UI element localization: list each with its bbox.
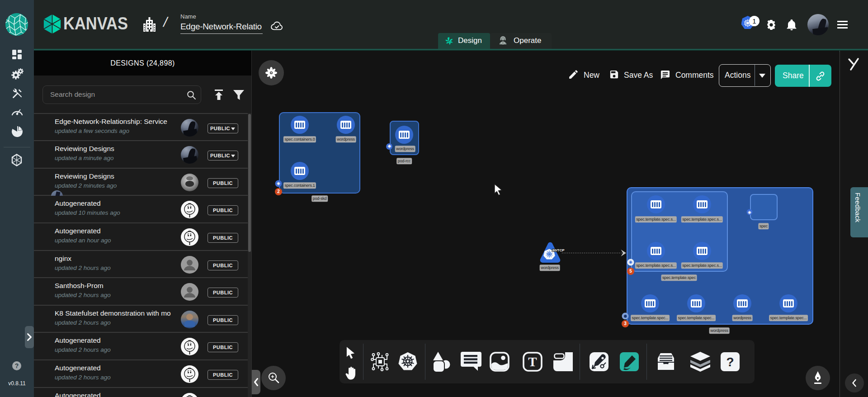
svg-text:80/TCP: 80/TCP (552, 248, 565, 252)
svg-text:?: ? (726, 355, 734, 369)
svg-text:T: T (528, 354, 537, 369)
